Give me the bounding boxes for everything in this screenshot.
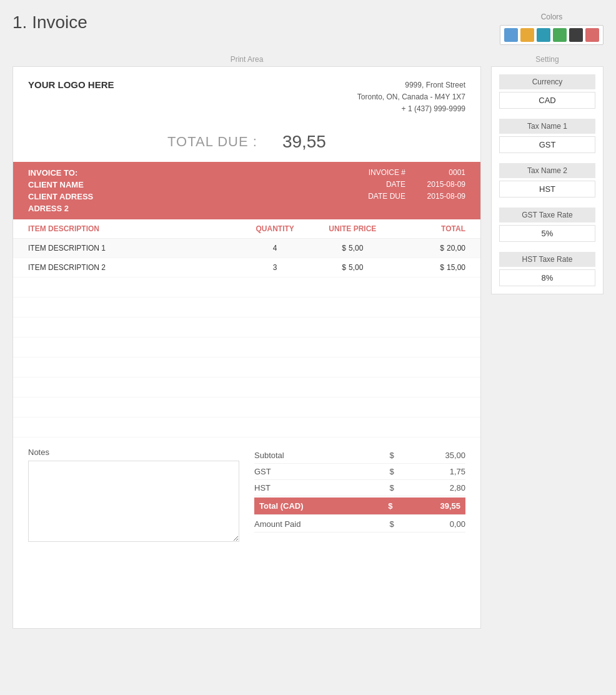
gst-label: GST (254, 467, 382, 476)
date-due-value: 2015-08-09 (415, 192, 465, 201)
bottom-section: Notes Subtotal $ 35,00 GST $ 1,75 (13, 438, 480, 554)
address-block: 9999, Front Street Toronto, ON, Canada -… (357, 79, 465, 116)
gst-symbol: $ (382, 467, 402, 476)
currency-label: Currency (499, 74, 595, 89)
currency-field: Currency CAD (499, 74, 595, 109)
item-total-2: $15,00 (395, 263, 465, 272)
invoice-top: YOUR LOGO HERE 9999, Front Street Toront… (13, 67, 480, 122)
tax1-value[interactable]: GST (499, 136, 595, 153)
notes-input[interactable] (28, 461, 239, 542)
total-label: Total (CAD) (259, 501, 381, 511)
gst-value: 1,75 (402, 467, 465, 476)
item-price-1: $5,00 (310, 244, 395, 252)
items-header-row: ITEM DESCRIPTION QUANTITY UNITE PRICE TO… (13, 219, 480, 239)
hst-label: HST (254, 483, 382, 492)
empty-row (13, 418, 480, 438)
banner-date-due: DATE DUE 2015-08-09 (368, 192, 465, 201)
client-banner: INVOICE TO: INVOICE # 0001 CLIENT NAME D… (13, 162, 480, 219)
subtotal-symbol: $ (382, 451, 402, 460)
item-qty-2: 3 (240, 263, 310, 272)
total-due-label: TOTAL DUE : (167, 134, 257, 150)
amount-paid-value: 0,00 (402, 519, 465, 529)
amount-paid-label: Amount Paid (254, 519, 382, 529)
page-title: 1. Invoice (12, 12, 87, 32)
empty-row (13, 318, 480, 338)
currency-value[interactable]: CAD (499, 92, 595, 109)
total-due-amount: 39,55 (282, 132, 326, 152)
color-swatches (500, 25, 604, 45)
color-swatch-orange[interactable] (520, 28, 534, 42)
logo: YOUR LOGO HERE (28, 79, 114, 90)
total-symbol: $ (381, 501, 399, 511)
tax2-field: Tax Name 2 HST (499, 163, 595, 198)
main-layout: Print Area YOUR LOGO HERE 9999, Front St… (12, 55, 604, 629)
total-due-row: TOTAL DUE : 39,55 (13, 122, 480, 162)
banner-row-client-address: CLIENT ADRESS DATE DUE 2015-08-09 (28, 192, 465, 201)
subtotal-row: Subtotal $ 35,00 (254, 448, 465, 464)
tax1-label: Tax Name 1 (499, 119, 595, 134)
color-swatch-red[interactable] (585, 28, 599, 42)
empty-row (13, 358, 480, 378)
print-area-label: Print Area (12, 55, 481, 64)
invoice-to-label: INVOICE TO: (28, 168, 77, 178)
page-wrapper: 1. Invoice Colors Print Area YOUR LOGO H… (0, 0, 616, 695)
gst-row: GST $ 1,75 (254, 464, 465, 480)
setting-panel: Setting Currency CAD Tax Name 1 GST Tax … (491, 55, 604, 629)
colors-section: Colors (500, 12, 604, 45)
hst-row: HST $ 2,80 (254, 480, 465, 496)
setting-label: Setting (491, 55, 604, 64)
date-value: 2015-08-09 (415, 180, 465, 189)
header-unit-price: UNITE PRICE (310, 224, 395, 233)
color-swatch-dark[interactable] (569, 28, 583, 42)
color-swatch-blue[interactable] (504, 28, 518, 42)
amount-paid-symbol: $ (382, 519, 402, 529)
setting-box: Currency CAD Tax Name 1 GST Tax Name 2 H… (491, 66, 604, 294)
item-desc-1: ITEM DESCRIPTION 1 (28, 244, 240, 252)
address-line2: Toronto, ON, Canada - M4Y 1X7 (357, 91, 465, 103)
print-area: YOUR LOGO HERE 9999, Front Street Toront… (12, 66, 481, 629)
banner-row-invoice-to: INVOICE TO: INVOICE # 0001 (28, 168, 465, 178)
empty-row (13, 338, 480, 358)
item-total-1: $20,00 (395, 244, 465, 252)
notes-section: Notes (28, 448, 239, 544)
item-price-2: $5,00 (310, 263, 395, 272)
gst-rate-value[interactable]: 5% (499, 225, 595, 242)
summary-section: Subtotal $ 35,00 GST $ 1,75 HST $ 2, (254, 448, 465, 532)
item-row: ITEM DESCRIPTION 2 3 $5,00 $15,00 (13, 258, 480, 278)
hst-symbol: $ (382, 483, 402, 492)
empty-row (13, 378, 480, 398)
subtotal-label: Subtotal (254, 451, 382, 460)
color-swatch-green[interactable] (553, 28, 567, 42)
total-row: Total (CAD) $ 39,55 (254, 498, 465, 515)
header-quantity: QUANTITY (240, 224, 310, 233)
date-label: DATE (386, 180, 405, 189)
hst-rate-field: HST Taxe Rate 8% (499, 252, 595, 286)
header-description: ITEM DESCRIPTION (28, 224, 240, 233)
hst-rate-value[interactable]: 8% (499, 269, 595, 286)
empty-row (13, 298, 480, 318)
empty-row (13, 278, 480, 298)
address-line3: + 1 (437) 999-9999 (357, 103, 465, 115)
invoice-num-label: INVOICE # (369, 168, 405, 177)
client-name: CLIENT NAME (28, 180, 84, 189)
date-due-label: DATE DUE (368, 192, 405, 201)
amount-paid-row: Amount Paid $ 0,00 (254, 516, 465, 532)
banner-invoice-num: INVOICE # 0001 (369, 168, 465, 177)
address2: ADRESS 2 (28, 204, 69, 213)
header-total: TOTAL (395, 224, 465, 233)
client-address: CLIENT ADRESS (28, 192, 93, 201)
item-row: ITEM DESCRIPTION 1 4 $5,00 $20,00 (13, 239, 480, 258)
item-desc-2: ITEM DESCRIPTION 2 (28, 263, 240, 272)
hst-value: 2,80 (402, 483, 465, 492)
tax1-field: Tax Name 1 GST (499, 119, 595, 153)
gst-rate-label: GST Taxe Rate (499, 208, 595, 222)
banner-row-address2: ADRESS 2 (28, 204, 465, 213)
tax2-value[interactable]: HST (499, 181, 595, 198)
banner-row-client-name: CLIENT NAME DATE 2015-08-09 (28, 180, 465, 189)
invoice-num-value: 0001 (415, 168, 465, 177)
item-qty-1: 4 (240, 244, 310, 252)
colors-label: Colors (541, 12, 563, 21)
gst-rate-field: GST Taxe Rate 5% (499, 208, 595, 242)
color-swatch-teal[interactable] (537, 28, 550, 42)
subtotal-value: 35,00 (402, 451, 465, 460)
